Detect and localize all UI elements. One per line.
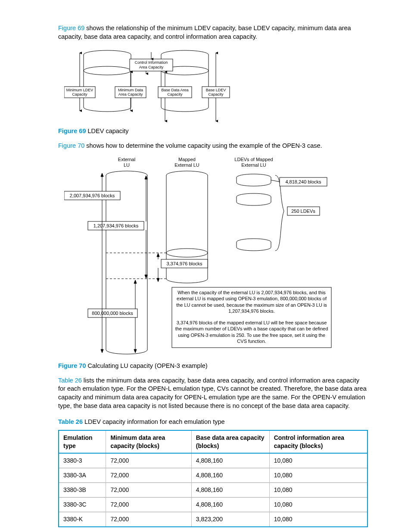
svg-text:Capacity: Capacity bbox=[208, 92, 224, 96]
svg-text:3,374,976 blocks: 3,374,976 blocks bbox=[166, 261, 202, 266]
caption-70-label: Figure 70 bbox=[58, 362, 86, 369]
table-26-caption: Table 26 LDEV capacity information for e… bbox=[58, 418, 368, 426]
th-control: Control information area capacity (block… bbox=[269, 430, 367, 454]
ldev-discs bbox=[237, 174, 271, 251]
table-cell: 10,080 bbox=[269, 498, 367, 512]
svg-text:Mapped: Mapped bbox=[178, 157, 196, 162]
svg-text:250 LDEVs: 250 LDEVs bbox=[291, 208, 315, 214]
th-base-data: Base data area capacity (blocks) bbox=[191, 430, 269, 454]
svg-text:Capacity: Capacity bbox=[167, 92, 183, 96]
th-min-data: Minimum data area capacity (blocks) bbox=[106, 430, 191, 454]
intro1-rest: shows the relationship of the minimum LD… bbox=[58, 25, 351, 40]
caption-69-label: Figure 69 bbox=[58, 128, 86, 134]
svg-text:External LU: External LU bbox=[174, 162, 199, 168]
table-row: 3380-3C72,0004,808,16010,080 bbox=[59, 498, 367, 512]
table-cell: 72,000 bbox=[106, 468, 191, 483]
svg-text:Capacity: Capacity bbox=[72, 92, 87, 96]
table-cell: 10,080 bbox=[269, 468, 367, 483]
table-row: 3380-K72,0003,823,20010,080 bbox=[59, 512, 367, 526]
cylinder-left bbox=[84, 50, 131, 112]
table-caption-label: Table 26 bbox=[58, 418, 83, 425]
table-cell: 10,080 bbox=[269, 512, 367, 526]
table-cell: 10,080 bbox=[269, 453, 367, 468]
svg-text:External: External bbox=[118, 157, 135, 162]
table-cell: 3380-K bbox=[59, 512, 106, 526]
svg-text:2,007,934,976 blocks: 2,007,934,976 blocks bbox=[70, 193, 115, 198]
svg-text:External LU: External LU bbox=[241, 162, 266, 168]
control-info-label: Control Information bbox=[135, 60, 168, 65]
figure-69-link[interactable]: Figure 69 bbox=[58, 25, 84, 31]
svg-text:4,818,240 blocks: 4,818,240 blocks bbox=[285, 179, 321, 184]
table-cell: 4,808,160 bbox=[191, 453, 269, 468]
intro-paragraph-1: Figure 69 shows the relationship of the … bbox=[58, 24, 368, 41]
table-cell: 3380-3A bbox=[59, 468, 106, 483]
th-emulation: Emulation type bbox=[59, 430, 106, 454]
table-row: 3380-3A72,0004,808,16010,080 bbox=[59, 468, 367, 483]
table-cell: 4,808,160 bbox=[191, 498, 269, 512]
table-cell: 72,000 bbox=[106, 512, 191, 526]
table-row: 3380-3B72,0004,808,16010,080 bbox=[59, 483, 367, 498]
table-row: 3380-372,0004,808,16010,080 bbox=[59, 453, 367, 468]
svg-text:800,000,000 blocks: 800,000,000 blocks bbox=[92, 311, 133, 316]
ldev-capacity-table: Emulation type Minimum data area capacit… bbox=[58, 430, 368, 527]
figure-70: ExternalLU MappedExternal LU LDEVs of Ma… bbox=[64, 156, 368, 359]
base-data-label: Base Data Area bbox=[161, 88, 188, 92]
min-ldev-label: Minimum LDEV bbox=[66, 88, 93, 92]
intro3-rest: lists the minimum data area capacity, ba… bbox=[58, 377, 367, 409]
table-26-link[interactable]: Table 26 bbox=[58, 377, 82, 384]
min-data-label: Minimum Data bbox=[118, 88, 143, 92]
figure-70-caption: Figure 70 Calculating LU capacity (OPEN-… bbox=[58, 362, 368, 370]
svg-text:1,207,934,976 blocks: 1,207,934,976 blocks bbox=[93, 223, 139, 228]
table-cell: 3380-3 bbox=[59, 453, 106, 468]
table-cell: 4,808,160 bbox=[191, 483, 269, 498]
figure-70-link[interactable]: Figure 70 bbox=[58, 142, 84, 149]
intro2-rest: shows how to determine the volume capaci… bbox=[84, 142, 322, 149]
table-cell: 10,080 bbox=[269, 483, 367, 498]
figure-69-caption: Figure 69 LDEV capacity bbox=[58, 127, 368, 136]
table-cell: 4,808,160 bbox=[191, 468, 269, 483]
table-cell: 72,000 bbox=[106, 453, 191, 468]
base-ldev-label: Base LDEV bbox=[206, 88, 226, 92]
table-caption-text: LDEV capacity information for each emula… bbox=[83, 418, 225, 425]
caption-70-text: Calculating LU capacity (OPEN-3 example) bbox=[86, 362, 207, 369]
svg-line-38 bbox=[271, 180, 280, 182]
figure-69: Control Information Area Capacity Minimu… bbox=[64, 47, 368, 124]
table-cell: 72,000 bbox=[106, 483, 191, 498]
intro-paragraph-2: Figure 70 shows how to determine the vol… bbox=[58, 142, 368, 150]
table-cell: 3380-3B bbox=[59, 483, 106, 498]
svg-text:LU: LU bbox=[124, 162, 130, 168]
svg-text:Area Capacity: Area Capacity bbox=[139, 65, 164, 69]
table-cell: 72,000 bbox=[106, 498, 191, 512]
svg-text:LDEVs of Mapped: LDEVs of Mapped bbox=[234, 157, 273, 162]
table-cell: 3380-3C bbox=[59, 498, 106, 512]
table-cell: 3,823,200 bbox=[191, 512, 269, 526]
caption-69-text: LDEV capacity bbox=[86, 128, 128, 134]
svg-text:Area Capacity: Area Capacity bbox=[118, 92, 143, 96]
intro-paragraph-3: Table 26 lists the minimum data area cap… bbox=[58, 376, 368, 410]
